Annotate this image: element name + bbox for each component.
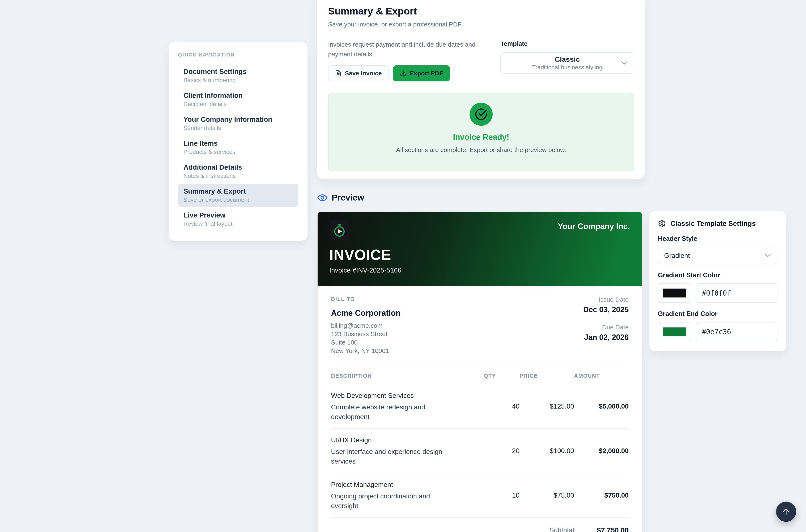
item-price: $125.00 [519,402,574,410]
sidebar-nav-item-subtitle: Products & services [184,148,293,156]
due-date-label: Due Date [583,324,629,331]
sidebar-nav-item-subtitle: Recipient details [184,100,293,108]
table-column-header: DESCRIPTION [331,373,484,379]
sidebar-nav-item-label: Your Company Information [184,115,293,124]
client-address-line: New York, NY 10001 [331,347,401,355]
table-column-header: PRICE [519,373,574,379]
gradient-end-hex-input[interactable]: #0e7c36 [696,322,778,341]
item-name: Web Development Services [331,391,484,400]
check-circle-icon [469,103,493,126]
summary-row: Invoices request payment and include due… [328,40,634,81]
item-amount: $5,000.00 [574,402,629,410]
bill-to-label: BILL TO [331,296,401,302]
item-amount: $2,000.00 [574,447,629,455]
dates-block: Issue Date Dec 03, 2025 Due Date Jan 02,… [583,296,629,355]
issue-date-label: Issue Date [583,296,629,303]
invoice-ready-title: Invoice Ready! [453,132,509,142]
template-label: Template [500,40,634,48]
subtotal-row: Subtotal $7,750.00 [331,526,629,532]
table-row: UI/UX Design User interface and experien… [331,429,629,473]
sidebar-nav-item-subtitle: Basics & numbering [184,76,293,84]
item-description: User interface and experience design ser… [331,447,457,466]
page-title: Summary & Export [328,5,634,17]
stopwatch-play-icon [332,223,347,238]
gradient-end-swatch [663,327,686,336]
subtotal-value: $7,750.00 [574,526,629,532]
bill-to-block: BILL TO Acme Corporation billing@acme.co… [331,296,401,355]
table-row: Project Management Ongoing project coord… [331,473,629,518]
template-select[interactable]: Classic Traditional business styling [500,52,634,74]
item-name: UI/UX Design [331,435,484,445]
summary-left-column: Invoices request payment and include due… [328,40,481,81]
scroll-to-top-button[interactable] [776,501,796,522]
quick-navigation-list: Document Settings Basics & numbering Cli… [178,64,298,231]
gradient-start-color-picker[interactable] [658,283,691,303]
client-address-line: Suite 100 [331,338,401,347]
sidebar-nav-item-subtitle: Review final layout [184,220,293,228]
save-invoice-button[interactable]: Save Invoice [328,65,388,81]
due-date-value: Jan 02, 2026 [583,333,629,342]
item-qty: 40 [484,402,519,410]
chevron-down-icon [764,253,771,258]
sidebar-nav-item-label: Additional Details [184,163,293,172]
item-qty: 20 [484,447,519,455]
preview-heading-label: Preview [332,193,364,203]
gradient-start-hex-input[interactable]: #0f0f0f [696,283,778,303]
sidebar-nav-item[interactable]: Client Information Recipient details [178,88,298,111]
client-address: 123 Business Street Suite 100 New York, … [331,330,401,355]
item-amount: $750.00 [574,492,629,499]
arrow-up-icon [782,507,791,516]
gradient-start-swatch [663,288,686,298]
line-items-table-header: DESCRIPTION QTY PRICE AMOUNT [331,366,629,384]
bill-to-section: BILL TO Acme Corporation billing@acme.co… [331,296,629,355]
invoice-doc-title: INVOICE [329,247,630,263]
invoice-header: Your Company Inc. INVOICE Invoice #INV-2… [318,212,642,286]
invoice-ready-message: All sections are complete. Export or sha… [396,146,566,154]
invoice-description-text: Invoices request payment and include due… [328,40,481,59]
client-address-line: 123 Business Street [331,330,401,338]
item-description: Complete website redesign and developmen… [331,402,457,422]
issue-date-value: Dec 03, 2025 [583,305,629,314]
export-pdf-label: Export PDF [410,70,443,77]
line-items-table-body: Web Development Services Complete websit… [331,384,629,518]
quick-navigation-panel: QUICK NAVIGATION Document Settings Basic… [169,42,308,241]
settings-title: Classic Template Settings [670,220,756,228]
sidebar-nav-item-label: Client Information [184,91,293,100]
item-price: $100.00 [519,447,574,455]
template-selected-value: Classic [555,55,580,63]
sidebar-nav-item-label: Live Preview [184,211,293,220]
download-icon [400,70,407,77]
save-invoice-label: Save Invoice [345,70,382,77]
sidebar-nav-item[interactable]: Line Items Products & services [178,136,298,159]
sidebar-nav-item[interactable]: Additional Details Notes & instructions [178,160,298,183]
subtotal-label: Subtotal [519,526,574,532]
table-column-header: AMOUNT [574,373,629,379]
company-logo [329,220,349,241]
sidebar-nav-item-label: Document Settings [184,67,293,76]
preview-heading: Preview [318,193,364,203]
sidebar-nav-item-subtitle: Save or export document [184,196,293,204]
settings-header: Classic Template Settings [658,220,778,228]
header-style-value: Gradient [664,252,690,260]
eye-icon [318,194,327,202]
item-description-cell: Web Development Services Complete websit… [331,391,484,422]
sidebar-nav-item[interactable]: Your Company Information Sender details [178,112,298,135]
gradient-start-row: #0f0f0f [658,283,778,303]
summary-export-card: Summary & Export Save your invoice, or e… [317,0,645,179]
export-pdf-button[interactable]: Export PDF [393,65,450,81]
template-settings-panel: Classic Template Settings Header Style G… [649,211,786,351]
sidebar-nav-item[interactable]: Summary & Export Save or export document [178,184,298,207]
gradient-end-label: Gradient End Color [658,310,778,318]
invoice-app-page: { "sidebar": { "title": "QUICK NAVIGATIO… [0,0,806,532]
gradient-end-color-picker[interactable] [658,322,691,341]
chevron-down-icon [621,61,628,65]
sidebar-nav-item[interactable]: Document Settings Basics & numbering [178,64,298,87]
header-style-select[interactable]: Gradient [658,247,778,264]
client-name: Acme Corporation [331,309,401,318]
item-description-cell: Project Management Ongoing project coord… [331,480,484,511]
table-row: Web Development Services Complete websit… [331,384,629,429]
invoice-body: BILL TO Acme Corporation billing@acme.co… [318,286,642,532]
sidebar-nav-item[interactable]: Live Preview Review final layout [178,208,298,231]
sidebar-nav-item-subtitle: Notes & instructions [184,172,293,180]
gear-icon [658,220,666,228]
